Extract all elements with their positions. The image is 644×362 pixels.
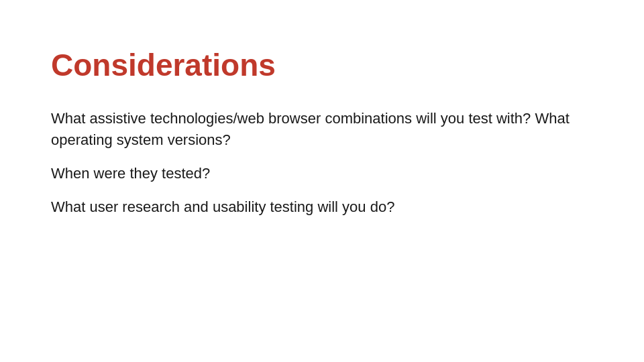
slide-title: Considerations [51, 47, 593, 84]
slide: Considerations What assistive technologi… [0, 0, 644, 362]
slide-content: What assistive technologies/web browser … [51, 108, 593, 218]
bullet-2: When were they tested? [51, 163, 593, 184]
bullet-3: What user research and usability testing… [51, 196, 593, 218]
bullet-1: What assistive technologies/web browser … [51, 108, 593, 151]
